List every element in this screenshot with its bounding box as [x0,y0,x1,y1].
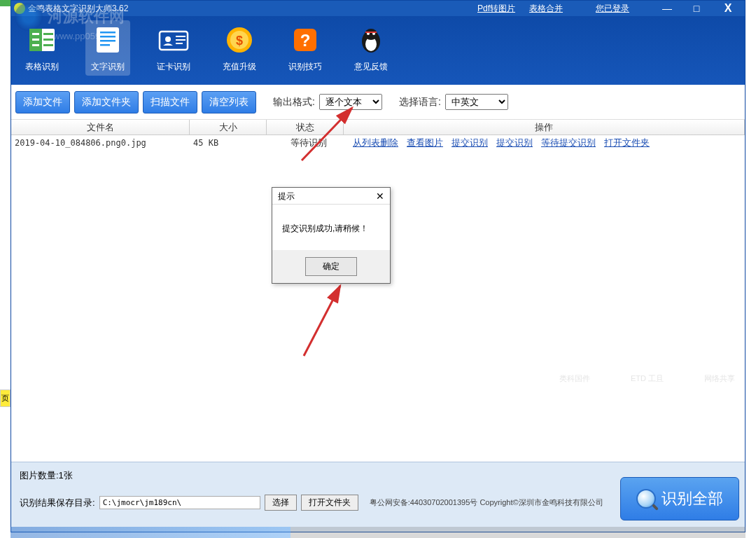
svg-text:?: ? [300,31,311,50]
op-view-image[interactable]: 查看图片 [407,135,443,151]
svg-point-25 [365,29,377,40]
login-status-link[interactable]: 您已登录 [596,4,629,13]
close-button[interactable]: X [711,1,745,16]
op-wait-submit[interactable]: 等待提交识别 [541,135,596,151]
background-side-tab: 页 [0,389,10,407]
save-path-input[interactable] [99,496,260,509]
file-table: 文件名 大小 状态 操作 2019-04-10_084806.png0.jpg … [11,120,745,151]
coin-icon: $ [223,23,256,57]
add-folder-button[interactable]: 添加文件夹 [74,91,139,113]
id-card-icon [157,23,190,57]
col-filename-header[interactable]: 文件名 [11,120,190,134]
text-doc-icon [91,23,125,57]
op-submit-ocr-2[interactable]: 提交识别 [496,135,533,151]
maximize-button[interactable]: □ [682,1,711,16]
background-bottom-watermark [10,527,290,538]
scan-file-button[interactable]: 扫描文件 [143,91,197,113]
op-open-folder[interactable]: 打开文件夹 [604,135,650,151]
svg-rect-4 [32,44,39,46]
language-label: 选择语言: [399,96,441,109]
tab-text-ocr[interactable]: 文字识别 [85,20,130,76]
dialog-title: 提示 [278,188,295,204]
save-path-label: 识别结果保存目录: [20,497,95,509]
app-title: 金鸣表格文字识别大师3.62 [28,3,128,15]
tab-id-card-ocr[interactable]: 证卡识别 [151,20,196,76]
col-ops-header[interactable]: 操作 [344,120,745,134]
image-count-label: 图片数量:1张 [20,469,73,482]
dialog-body: 提交识别成功,请稍候！ [272,205,390,250]
background-bottom-bar [290,527,746,538]
titlebar: 金鸣表格文字识别大师3.62 Pdf转图片 表格合并 您已登录 — □ X 河源… [11,1,745,85]
svg-rect-11 [100,40,115,42]
background-left-strip [0,0,10,538]
svg-rect-16 [176,39,186,41]
language-select[interactable]: 中英文 [445,94,508,110]
table-row[interactable]: 2019-04-10_084806.png0.jpg 45 KB 等待识别 从列… [11,135,745,151]
svg-rect-5 [43,33,53,35]
bottom-panel: 图片数量:1张 识别结果保存目录: 选择 打开文件夹 粤公网安备:4403070… [11,462,745,532]
dialog-close-button[interactable]: ✕ [376,188,384,204]
question-icon: ? [288,23,322,57]
svg-rect-12 [100,44,110,46]
dialog-ok-button[interactable]: 确定 [305,257,357,276]
action-bar: 添加文件 添加文件夹 扫描文件 清空列表 输出格式: 逐个文本 选择语言: 中英… [11,85,745,120]
svg-rect-7 [43,44,53,46]
magnify-icon [636,489,656,509]
tab-feedback[interactable]: 意见反馈 [349,20,393,76]
svg-rect-15 [176,36,186,37]
add-file-button[interactable]: 添加文件 [15,91,70,113]
tab-table-ocr[interactable]: 表格识别 [20,20,64,76]
svg-rect-9 [100,32,115,34]
browse-button[interactable]: 选择 [265,495,297,511]
svg-rect-6 [43,39,53,41]
open-folder-button[interactable]: 打开文件夹 [301,495,358,511]
op-submit-ocr[interactable]: 提交识别 [451,135,488,151]
penguin-icon [354,23,388,57]
op-remove-from-list[interactable]: 从列表删除 [353,135,398,151]
table-icon [25,23,59,57]
col-status-header[interactable]: 状态 [267,120,344,134]
tab-recharge[interactable]: $ 充值升级 [217,20,262,76]
svg-point-14 [165,36,171,42]
clear-list-button[interactable]: 清空列表 [202,91,256,113]
link-table-merge[interactable]: 表格合并 [529,1,563,16]
link-pdf-to-image[interactable]: Pdf转图片 [477,1,515,16]
minimize-button[interactable]: — [652,1,682,16]
output-format-label: 输出格式: [273,96,315,109]
svg-rect-2 [32,33,39,35]
cell-filename: 2019-04-10_084806.png0.jpg [15,135,193,151]
footer-copyright: 粤公网安备:44030702001395号 Copyright©深圳市金鸣科技有… [370,497,603,508]
svg-rect-17 [176,43,183,44]
col-size-header[interactable]: 大小 [190,120,267,134]
svg-text:$: $ [236,34,243,48]
app-icon [14,3,25,14]
svg-rect-10 [100,36,115,38]
output-format-select[interactable]: 逐个文本 [319,94,382,110]
svg-rect-3 [32,39,39,41]
cell-status: 等待识别 [270,135,347,151]
tab-tips[interactable]: ? 识别技巧 [283,20,328,76]
alert-dialog: 提示 ✕ 提交识别成功,请稍候！ 确定 [272,187,391,284]
svg-rect-28 [365,32,377,33]
cell-size: 45 KB [193,135,270,151]
recognize-all-button[interactable]: 识别全部 [620,477,739,520]
